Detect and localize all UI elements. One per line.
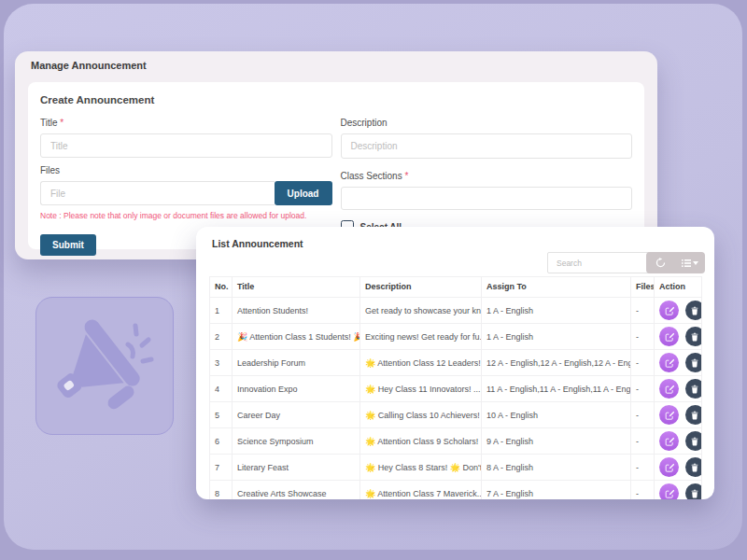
cell-no: 5 (210, 402, 233, 428)
cell-files: - (631, 402, 655, 428)
trash-icon (690, 358, 699, 368)
columns-icon (682, 259, 691, 268)
delete-button[interactable] (685, 301, 702, 320)
edit-pencil-icon (665, 463, 674, 472)
delete-button[interactable] (685, 405, 702, 425)
list-announcement-card: List Announcement (196, 227, 714, 499)
cell-assign-to: 1 A - English (482, 324, 631, 350)
cell-description: 🌟 Hey Class 8 Stars! 🌟 Don't... (360, 455, 482, 481)
delete-button[interactable] (685, 483, 702, 499)
cell-action (655, 402, 702, 428)
description-label: Description (341, 118, 633, 128)
trash-icon (690, 306, 699, 315)
edit-button[interactable] (659, 483, 679, 499)
cell-files: - (631, 350, 655, 376)
refresh-button[interactable] (646, 252, 676, 273)
edit-button[interactable] (659, 301, 679, 320)
edit-pencil-icon (665, 332, 674, 342)
trash-icon (690, 437, 699, 446)
cell-files: - (631, 376, 655, 402)
cell-action (655, 324, 702, 350)
table-row: 2 🎉 Attention Class 1 Students! 🎉 Exciti… (210, 324, 702, 350)
form-heading: Create Announcement (40, 94, 632, 105)
title-input[interactable] (40, 133, 332, 158)
column-header-title: Title (233, 277, 360, 298)
columns-dropdown-button[interactable] (676, 252, 706, 273)
cell-description: 🌟 Attention Class 7 Maverick... (360, 481, 482, 500)
edit-button[interactable] (659, 353, 679, 372)
trash-icon (690, 489, 699, 498)
column-header-assign-to: Assign To (482, 277, 631, 298)
create-announcement-form: Create Announcement Title * Files (28, 82, 644, 249)
edit-pencil-icon (665, 489, 674, 498)
delete-button[interactable] (685, 353, 702, 372)
edit-button[interactable] (659, 327, 679, 346)
cell-description: 🌟 Calling Class 10 Achievers! ... (360, 402, 482, 428)
edit-button[interactable] (659, 457, 679, 477)
files-label: Files (40, 165, 332, 175)
cell-action (655, 376, 702, 402)
cell-assign-to: 11 A - English,11 A - English,11 A - Eng… (482, 376, 631, 402)
file-input[interactable] (40, 181, 275, 205)
table-header-row: No. Title Description Assign To Files Ac… (210, 277, 702, 298)
column-header-no: No. (210, 277, 233, 298)
cell-description: 🌟 Attention Class 12 Leaders!... (360, 350, 482, 376)
cell-description: Exciting news! Get ready for fu... (360, 324, 482, 350)
announcement-table-body: 1 Attention Students! Get ready to showc… (210, 298, 702, 500)
edit-pencil-icon (665, 437, 674, 446)
cell-title: Career Day (233, 402, 360, 428)
caret-down-icon (693, 261, 698, 265)
table-toolbar (646, 252, 705, 273)
megaphone-icon (49, 311, 160, 421)
required-asterisk: * (60, 118, 63, 128)
title-label: Title * (40, 118, 332, 128)
cell-assign-to: 8 A - English (482, 455, 631, 481)
cell-title: 🎉 Attention Class 1 Students! 🎉 (233, 324, 360, 350)
cell-files: - (631, 428, 655, 455)
cell-action (655, 298, 702, 324)
edit-pencil-icon (665, 411, 674, 420)
delete-button[interactable] (685, 327, 702, 346)
column-header-description: Description (360, 277, 482, 298)
table-row: 7 Literary Feast 🌟 Hey Class 8 Stars! 🌟 … (210, 455, 702, 481)
delete-button[interactable] (685, 457, 702, 477)
table-row: 4 Innovation Expo 🌟 Hey Class 11 Innovat… (210, 376, 702, 402)
edit-button[interactable] (659, 431, 679, 451)
description-input[interactable] (341, 133, 633, 159)
cell-title: Literary Feast (233, 455, 360, 481)
edit-pencil-icon (665, 306, 674, 315)
delete-button[interactable] (685, 431, 702, 451)
trash-icon (690, 463, 699, 472)
cell-title: Innovation Expo (233, 376, 360, 402)
delete-button[interactable] (685, 379, 702, 399)
cell-action (655, 428, 702, 455)
table-row: 1 Attention Students! Get ready to showc… (210, 298, 702, 324)
cell-no: 7 (210, 455, 233, 481)
edit-pencil-icon (665, 385, 674, 394)
refresh-icon (655, 258, 666, 268)
class-sections-input[interactable] (341, 187, 633, 210)
edit-button[interactable] (659, 405, 679, 425)
cell-files: - (631, 481, 655, 500)
manage-card-title: Manage Announcement (15, 51, 657, 71)
edit-button[interactable] (659, 379, 679, 399)
cell-assign-to: 7 A - English (482, 481, 631, 500)
cell-action (655, 350, 702, 376)
cell-assign-to: 12 A - English,12 A - English,12 A - Eng… (482, 350, 631, 376)
table-row: 6 Science Symposium 🌟 Attention Class 9 … (210, 428, 702, 455)
submit-button[interactable]: Submit (40, 234, 96, 256)
upload-note: Note : Please note that only image or do… (40, 211, 332, 220)
cell-files: - (631, 298, 655, 324)
search-input[interactable] (547, 252, 652, 273)
cell-assign-to: 9 A - English (482, 428, 631, 455)
cell-description: 🌟 Attention Class 9 Scholars! ... (360, 428, 482, 455)
announcement-illustration (35, 297, 174, 435)
trash-icon (690, 411, 699, 420)
column-header-action: Action (655, 277, 702, 298)
cell-action (655, 455, 702, 481)
column-header-files: Files (631, 277, 655, 298)
cell-no: 6 (210, 428, 233, 455)
upload-button[interactable]: Upload (275, 181, 332, 205)
table-row: 5 Career Day 🌟 Calling Class 10 Achiever… (210, 402, 702, 428)
cell-no: 2 (210, 324, 233, 350)
